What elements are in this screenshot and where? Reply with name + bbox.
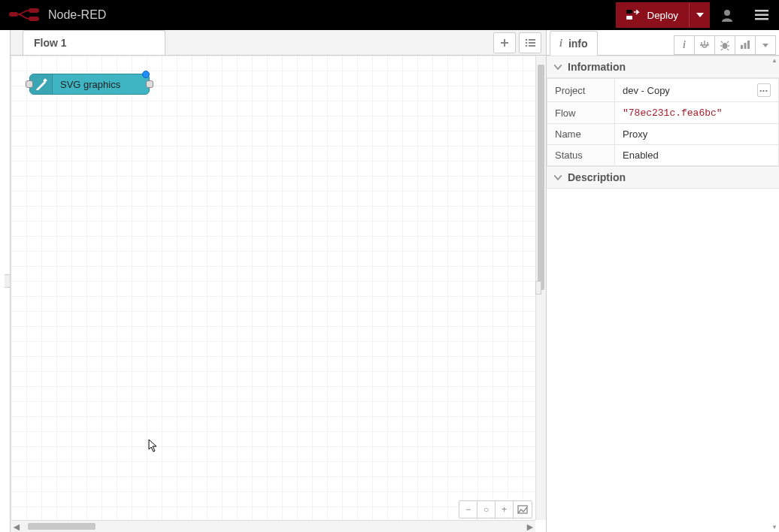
table-row: Name Proxy <box>547 124 779 145</box>
svg-rect-0 <box>9 12 18 17</box>
h-scroll-right-arrow-icon[interactable]: ► <box>525 521 535 532</box>
mouse-cursor-icon <box>148 439 159 452</box>
svg-rect-4 <box>626 16 632 20</box>
user-button[interactable] <box>710 0 744 30</box>
svg-rect-12 <box>529 42 535 44</box>
svg-rect-10 <box>529 39 535 41</box>
svg-point-9 <box>526 39 528 41</box>
app-header: Node-RED Deploy <box>0 0 779 30</box>
section-information-header[interactable]: Information <box>547 56 779 78</box>
project-more-button[interactable]: ••• <box>757 83 771 97</box>
deploy-label: Deploy <box>647 10 679 21</box>
canvas-horizontal-scrollbar[interactable]: ◄ ► <box>11 520 535 532</box>
flow-canvas[interactable]: SVG graphics <box>11 56 535 520</box>
palette-toggle[interactable] <box>5 274 11 288</box>
palette-collapsed <box>0 30 11 532</box>
info-table: Project dev - Copy ••• Flow "78ec231c.fe… <box>547 78 779 166</box>
flow-list-button[interactable] <box>519 32 541 53</box>
zoom-out-button[interactable]: − <box>459 501 477 518</box>
node-output-port[interactable] <box>146 80 153 88</box>
svg-rect-3 <box>626 10 632 14</box>
svg-rect-14 <box>529 45 535 47</box>
info-project-value-cell: dev - Copy ••• <box>615 79 779 102</box>
info-name-value: Proxy <box>615 124 779 145</box>
h-scroll-left-arrow-icon[interactable]: ◄ <box>11 521 22 532</box>
sidebar-tab-label: info <box>568 38 588 50</box>
navigator-button[interactable] <box>514 501 532 518</box>
section-description-title: Description <box>568 171 626 183</box>
svg-rect-2 <box>29 17 39 21</box>
svg-point-13 <box>526 45 528 47</box>
zoom-in-button[interactable]: + <box>496 501 514 518</box>
node-label: SVG graphics <box>53 79 128 90</box>
info-flow-value-cell: "78ec231c.fea6bc" <box>615 102 779 124</box>
svg-rect-20 <box>747 41 750 49</box>
workspace: Flow 1 SVG graphics <box>11 30 546 532</box>
info-icon: i <box>559 38 562 50</box>
sidebar-dashboard-button[interactable] <box>735 35 756 55</box>
scroll-down-indicator-icon: ▼ <box>771 524 777 530</box>
sidebar-tabs: i info i <box>547 30 779 56</box>
info-status-value: Enabled <box>615 145 779 166</box>
table-row: Project dev - Copy ••• <box>547 79 779 102</box>
info-flow-value: "78ec231c.fea6bc" <box>623 107 723 119</box>
v-scroll-thumb[interactable] <box>538 65 544 290</box>
sidebar-history-button[interactable] <box>694 35 715 55</box>
sidebar-toggle[interactable] <box>535 281 541 295</box>
flow-tabs-row: Flow 1 <box>11 30 546 56</box>
node-input-port[interactable] <box>26 80 33 88</box>
svg-rect-7 <box>755 14 768 17</box>
canvas-wrap: SVG graphics ◄ ► − ○ <box>11 56 546 532</box>
canvas-footer-controls: − ○ + <box>459 500 532 518</box>
deploy-button[interactable]: Deploy <box>616 2 690 28</box>
svg-rect-6 <box>755 10 768 12</box>
info-project-value: dev - Copy <box>623 85 670 96</box>
svg-rect-18 <box>741 45 743 49</box>
deploy-menu-caret[interactable] <box>689 2 710 28</box>
sidebar-debug-button[interactable] <box>714 35 735 55</box>
info-status-label: Status <box>547 145 615 166</box>
sidebar-tab-info[interactable]: i info <box>550 31 598 56</box>
flow-tab[interactable]: Flow 1 <box>23 30 165 55</box>
chevron-down-icon <box>554 175 562 180</box>
svg-point-11 <box>526 42 528 44</box>
svg-point-17 <box>723 43 728 49</box>
chevron-down-icon <box>554 65 562 70</box>
info-name-label: Name <box>547 124 615 145</box>
flow-tab-label: Flow 1 <box>34 37 67 49</box>
deploy-icon <box>626 10 640 20</box>
svg-rect-8 <box>755 18 768 20</box>
table-row: Flow "78ec231c.fea6bc" <box>547 102 779 124</box>
info-flow-label: Flow <box>547 102 615 124</box>
svg-rect-19 <box>744 43 747 49</box>
section-description-header[interactable]: Description <box>547 166 779 189</box>
table-row: Status Enabled <box>547 145 779 166</box>
scroll-up-indicator-icon: ▲ <box>771 57 777 64</box>
sidebar-more-caret[interactable] <box>755 35 776 55</box>
info-project-label: Project <box>547 79 615 102</box>
node-changed-indicator-icon <box>142 71 150 78</box>
canvas-vertical-scrollbar[interactable] <box>535 56 546 520</box>
svg-graphics-node[interactable]: SVG graphics <box>29 74 150 95</box>
hamburger-menu-button[interactable] <box>744 0 779 30</box>
nodered-logo-icon <box>9 8 41 22</box>
zoom-reset-button[interactable]: ○ <box>477 501 496 518</box>
section-information-title: Information <box>568 61 626 73</box>
h-scroll-thumb[interactable] <box>28 523 95 530</box>
add-flow-button[interactable] <box>493 32 516 53</box>
app-name: Node-RED <box>48 8 106 22</box>
node-type-icon <box>30 74 53 94</box>
main-area: Flow 1 SVG graphics <box>0 30 779 532</box>
sidebar: i info i Information <box>546 30 779 532</box>
sidebar-info-button[interactable]: i <box>674 35 695 55</box>
svg-point-5 <box>724 10 730 16</box>
svg-rect-1 <box>29 8 39 13</box>
description-body <box>547 189 779 532</box>
